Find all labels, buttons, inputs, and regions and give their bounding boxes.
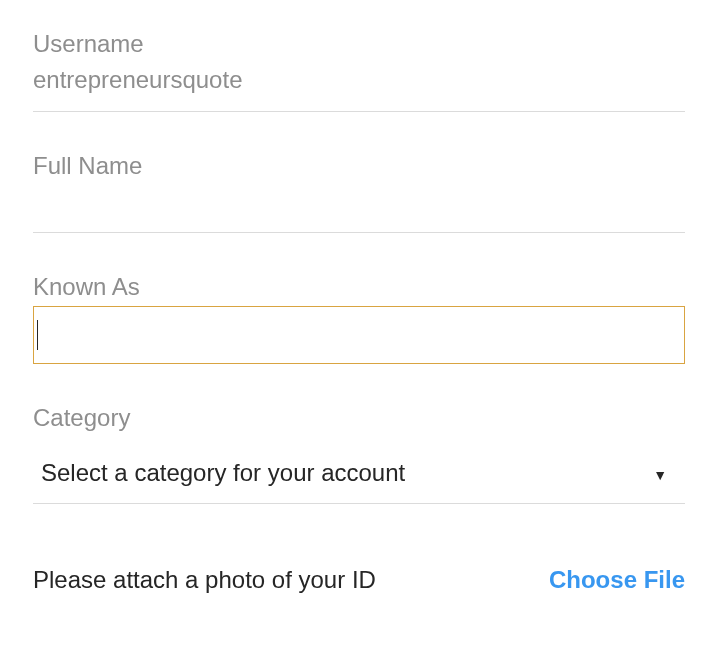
username-label: Username (33, 28, 685, 59)
username-value: entrepreneursquote (33, 63, 685, 112)
category-select[interactable]: Select a category for your account ▼ (33, 437, 685, 504)
category-select-text: Select a category for your account (33, 459, 685, 487)
category-label: Category (33, 402, 685, 433)
knownas-label: Known As (33, 271, 685, 302)
fullname-label: Full Name (33, 150, 685, 181)
category-field-group: Category Select a category for your acco… (33, 402, 685, 504)
fullname-field-group: Full Name (33, 150, 685, 233)
fullname-input[interactable] (33, 185, 685, 233)
knownas-field-group: Known As (33, 271, 685, 364)
username-field-group: Username entrepreneursquote (33, 28, 685, 112)
text-cursor (37, 320, 38, 350)
knownas-input[interactable] (33, 306, 685, 364)
attach-id-row: Please attach a photo of your ID Choose … (33, 566, 685, 594)
attach-id-label: Please attach a photo of your ID (33, 566, 376, 594)
choose-file-button[interactable]: Choose File (549, 566, 685, 594)
